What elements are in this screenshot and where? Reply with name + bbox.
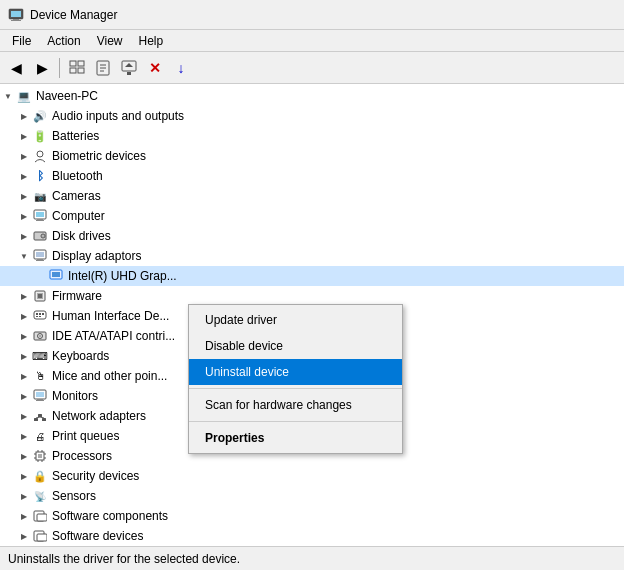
back-button[interactable]: ◀	[4, 56, 28, 80]
tree-item-sensors[interactable]: ▶ Sensors	[0, 486, 624, 506]
firmware-label: Firmware	[52, 289, 102, 303]
tree-item-biometric[interactable]: ▶ Biometric devices	[0, 146, 624, 166]
ide-label: IDE ATA/ATAPI contri...	[52, 329, 175, 343]
intel-label: Intel(R) UHD Grap...	[68, 269, 177, 283]
svg-point-40	[39, 335, 40, 336]
expand-mice[interactable]: ▶	[16, 368, 32, 384]
tree-root[interactable]: ▼ Naveen-PC	[0, 86, 624, 106]
expand-displayadaptors[interactable]: ▼	[16, 248, 32, 264]
tree-item-intel[interactable]: ▶ Intel(R) UHD Grap...	[0, 266, 624, 286]
ctx-separator	[189, 388, 402, 389]
forward-button[interactable]: ▶	[30, 56, 54, 80]
battery-icon	[32, 128, 48, 144]
network-label: Network adapters	[52, 409, 146, 423]
tree-item-displayadaptors[interactable]: ▼ Display adaptors	[0, 246, 624, 266]
app-icon	[8, 7, 24, 23]
expand-batteries[interactable]: ▶	[16, 128, 32, 144]
title-bar: Device Manager	[0, 0, 624, 30]
expand-sensors[interactable]: ▶	[16, 488, 32, 504]
batteries-label: Batteries	[52, 129, 99, 143]
tree-item-bluetooth[interactable]: ▶ ᛒ Bluetooth	[0, 166, 624, 186]
svg-rect-20	[34, 232, 46, 240]
svg-rect-61	[37, 514, 47, 521]
status-text: Uninstalls the driver for the selected d…	[8, 552, 240, 566]
ctx-disable-device[interactable]: Disable device	[189, 333, 402, 359]
expand-audio[interactable]: ▶	[16, 108, 32, 124]
tree-item-cameras[interactable]: ▶ Cameras	[0, 186, 624, 206]
ctx-uninstall-device[interactable]: Uninstall device	[189, 359, 402, 385]
tree-item-security[interactable]: ▶ Security devices	[0, 466, 624, 486]
ctx-properties[interactable]: Properties	[189, 425, 402, 451]
svg-rect-3	[11, 20, 21, 21]
svg-point-15	[37, 151, 43, 157]
softwarecomponents-icon	[32, 508, 48, 524]
expand-cameras[interactable]: ▶	[16, 188, 32, 204]
menu-action[interactable]: Action	[39, 32, 88, 50]
tree-item-diskdrives[interactable]: ▶ Disk drives	[0, 226, 624, 246]
displayadaptors-icon	[32, 248, 48, 264]
scan-button[interactable]: ↓	[169, 56, 193, 80]
diskdrives-label: Disk drives	[52, 229, 111, 243]
intel-icon	[48, 268, 64, 284]
svg-line-48	[36, 417, 40, 418]
menu-file[interactable]: File	[4, 32, 39, 50]
svg-rect-63	[37, 534, 47, 541]
svg-rect-43	[37, 399, 43, 400]
ctx-update-driver[interactable]: Update driver	[189, 307, 402, 333]
svg-rect-51	[38, 454, 42, 458]
sensors-icon	[32, 488, 48, 504]
biometric-label: Biometric devices	[52, 149, 146, 163]
network-icon	[32, 408, 48, 424]
pc-icon	[16, 88, 32, 104]
expand-bluetooth[interactable]: ▶	[16, 168, 32, 184]
tree-item-computer[interactable]: ▶ Computer	[0, 206, 624, 226]
uninstall-button[interactable]: ✕	[143, 56, 167, 80]
biometric-icon	[32, 148, 48, 164]
expand-security[interactable]: ▶	[16, 468, 32, 484]
expand-ide[interactable]: ▶	[16, 328, 32, 344]
expand-network[interactable]: ▶	[16, 408, 32, 424]
update-driver-button[interactable]	[117, 56, 141, 80]
properties-button[interactable]	[91, 56, 115, 80]
expand-processors[interactable]: ▶	[16, 448, 32, 464]
displayadaptors-label: Display adaptors	[52, 249, 141, 263]
print-icon	[32, 428, 48, 444]
expand-icon-root[interactable]: ▼	[0, 88, 16, 104]
expand-hid[interactable]: ▶	[16, 308, 32, 324]
bluetooth-icon: ᛒ	[32, 168, 48, 184]
softwaredevices-label: Software devices	[52, 529, 143, 543]
expand-softwarecomponents[interactable]: ▶	[16, 508, 32, 524]
monitors-label: Monitors	[52, 389, 98, 403]
expand-softwaredevices[interactable]: ▶	[16, 528, 32, 544]
svg-rect-14	[127, 72, 131, 75]
ctx-scan-hardware[interactable]: Scan for hardware changes	[189, 392, 402, 418]
svg-rect-26	[36, 260, 44, 261]
toolbar: ◀ ▶ ✕ ↓	[0, 52, 624, 84]
audio-icon	[32, 108, 48, 124]
softwaredevices-icon	[32, 528, 48, 544]
menu-view[interactable]: View	[89, 32, 131, 50]
expand-biometric[interactable]: ▶	[16, 148, 32, 164]
expand-diskdrives[interactable]: ▶	[16, 228, 32, 244]
expand-print[interactable]: ▶	[16, 428, 32, 444]
expand-keyboards[interactable]: ▶	[16, 348, 32, 364]
svg-rect-6	[78, 61, 84, 66]
show-hide-button[interactable]	[65, 56, 89, 80]
tree-item-batteries[interactable]: ▶ Batteries	[0, 126, 624, 146]
expand-firmware[interactable]: ▶	[16, 288, 32, 304]
svg-line-49	[40, 417, 44, 418]
tree-item-firmware[interactable]: ▶ Firmware	[0, 286, 624, 306]
firmware-icon	[32, 288, 48, 304]
processors-label: Processors	[52, 449, 112, 463]
expand-computer[interactable]: ▶	[16, 208, 32, 224]
computer-label: Computer	[52, 209, 105, 223]
svg-rect-37	[39, 316, 41, 317]
ide-icon	[32, 328, 48, 344]
tree-item-softwaredevices[interactable]: ▶ Software devices	[0, 526, 624, 546]
expand-monitors[interactable]: ▶	[16, 388, 32, 404]
tree-item-softwarecomponents[interactable]: ▶ Software components	[0, 506, 624, 526]
svg-marker-13	[125, 63, 133, 67]
menu-help[interactable]: Help	[131, 32, 172, 50]
svg-rect-18	[37, 219, 43, 220]
tree-item-audio[interactable]: ▶ Audio inputs and outputs	[0, 106, 624, 126]
